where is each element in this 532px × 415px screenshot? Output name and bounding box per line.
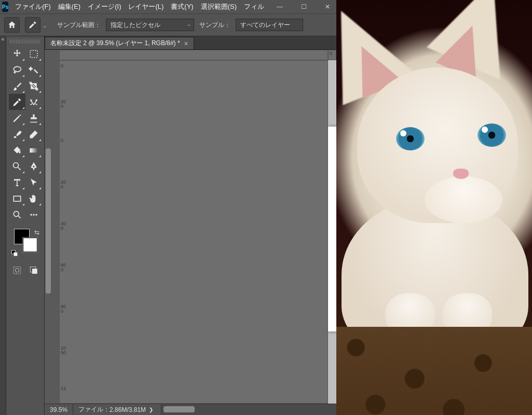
background-color[interactable] [22, 237, 38, 253]
image-content [425, 176, 502, 223]
sample-range-value: 指定したピクセル [111, 21, 160, 30]
image-content [453, 169, 469, 179]
shape-tool[interactable] [9, 190, 25, 206]
transform-tool[interactable] [25, 94, 42, 110]
status-bar: 39.5% ファイル：2.86M/3.81M ❯ [45, 404, 336, 415]
ruler-v-tick: 12 [61, 386, 66, 391]
move-tool[interactable] [9, 46, 25, 62]
gradient-tool[interactable] [25, 142, 42, 158]
eyedropper-tool[interactable] [9, 94, 25, 110]
pencil-icon [12, 113, 22, 123]
svg-rect-3 [13, 196, 20, 201]
file-info[interactable]: ファイル：2.86M/3.81M ❯ [73, 404, 161, 415]
current-tool-indicator[interactable]: ⌵ [25, 17, 40, 33]
type-tool[interactable] [9, 174, 25, 190]
stamp-tool[interactable] [25, 110, 42, 126]
screen-mode-button[interactable] [27, 264, 40, 277]
menu-filter[interactable]: フィル [240, 0, 268, 13]
document-tab[interactable]: 名称未設定 2 @ 39.5% (レイヤー 1, RGB/8#) * × [45, 37, 194, 49]
hand-tool[interactable] [25, 190, 42, 206]
svg-point-5 [30, 214, 32, 215]
reference-image [336, 0, 532, 415]
ruler-v-tick: 200 [61, 100, 66, 109]
toolbox-grid [9, 46, 42, 223]
sample-range-label: サンプル範囲： [57, 21, 101, 30]
crop-tool[interactable] [25, 78, 42, 94]
pencil-tool[interactable] [9, 110, 25, 126]
menu-image[interactable]: イメージ(I) [84, 0, 125, 13]
svg-point-7 [35, 214, 37, 215]
toolbox: ⇆ [6, 36, 45, 415]
home-icon [7, 20, 17, 30]
document-tab-title: 名称未設定 2 @ 39.5% (レイヤー 1, RGB/8#) * [50, 39, 180, 48]
zoom-tool[interactable] [9, 206, 25, 223]
svg-point-6 [33, 214, 34, 215]
bucket-tool[interactable] [9, 142, 25, 158]
eyedropper-icon [12, 97, 22, 107]
quick-select-tool[interactable] [25, 62, 42, 78]
canvas-viewport: 0 800 1000 1200 1400 1600 1800 0 200 0 2… [45, 50, 336, 415]
file-info-label: ファイル [78, 405, 103, 414]
ruler-v-tick: 400 [61, 222, 66, 231]
pen-tool[interactable] [25, 158, 42, 174]
svg-rect-8 [13, 267, 21, 274]
eraser-icon [29, 129, 39, 140]
photoshop-window: Ps ファイル(F) 編集(E) イメージ(I) レイヤー(L) 書式(Y) 選… [0, 0, 336, 415]
menu-layer[interactable]: レイヤー(L) [125, 0, 167, 13]
svg-rect-0 [30, 50, 37, 58]
sample-layers-value: すべてのレイヤー [240, 21, 290, 30]
maximize-button[interactable]: ☐ [292, 0, 316, 13]
document-area: 名称未設定 2 @ 39.5% (レイヤー 1, RGB/8#) * × 0 8… [45, 36, 336, 415]
gradient-icon [29, 145, 39, 156]
brush-tool[interactable] [9, 78, 25, 94]
canvas[interactable] [328, 127, 336, 331]
history-brush-tool[interactable] [9, 126, 25, 142]
vertical-scroll-thumb[interactable] [46, 148, 51, 294]
chevron-down-icon: ⌵ [187, 21, 190, 27]
toolbox-grip[interactable] [10, 39, 41, 44]
canvas-scroll-area[interactable] [328, 60, 336, 404]
default-colors-button[interactable] [11, 250, 19, 257]
sample-layers-dropdown[interactable]: すべてのレイヤー [236, 19, 303, 31]
vertical-scrollbar[interactable] [45, 50, 59, 404]
file-info-value: 2.86M/3.81M [110, 406, 146, 413]
horizontal-scroll-thumb[interactable] [163, 406, 195, 412]
chevron-right-icon: ❯ [149, 407, 153, 412]
ruler-v-tick: 1000 [61, 346, 66, 355]
dodge-tool[interactable] [9, 158, 25, 174]
svg-point-2 [13, 162, 18, 168]
window-controls: — ☐ ✕ [268, 0, 339, 13]
lasso-tool[interactable] [9, 62, 25, 78]
menu-file[interactable]: ファイル(F) [11, 0, 54, 13]
bucket-icon [12, 145, 22, 156]
swap-colors-button[interactable]: ⇆ [34, 229, 39, 236]
dodge-icon [12, 161, 22, 172]
ruler-v-tick: 0 [61, 64, 66, 68]
quick-mask-button[interactable] [10, 264, 24, 277]
svg-rect-1 [30, 148, 37, 152]
sample-range-dropdown[interactable]: 指定したピクセル ⌵ [106, 19, 194, 31]
eraser-tool[interactable] [25, 126, 42, 142]
menu-select[interactable]: 選択範囲(S) [197, 0, 240, 13]
marquee-tool[interactable] [25, 46, 42, 62]
horizontal-scrollbar[interactable] [161, 404, 336, 415]
ruler-v-tick: 0 [61, 139, 66, 143]
menu-edit[interactable]: 編集(E) [54, 0, 84, 13]
image-content [336, 327, 532, 415]
more-tools[interactable] [25, 206, 42, 223]
ruler-vertical[interactable]: 0 200 0 200 400 600 800 1000 12 [59, 60, 328, 404]
panel-collapse-strip[interactable]: « [0, 36, 6, 415]
screenmode-icon [29, 266, 38, 275]
menu-type[interactable]: 書式(Y) [167, 0, 197, 13]
lasso-icon [12, 65, 22, 75]
ruler-horizontal[interactable]: 0 800 1000 1200 1400 1600 1800 [328, 50, 336, 60]
close-tab-button[interactable]: × [184, 39, 188, 48]
ruler-origin[interactable] [59, 50, 328, 60]
image-content [396, 127, 425, 150]
minimize-button[interactable]: — [268, 0, 292, 13]
zoom-level[interactable]: 39.5% [45, 404, 73, 415]
color-swatches: ⇆ [10, 229, 41, 257]
path-select-tool[interactable] [25, 174, 42, 190]
home-button[interactable] [4, 17, 20, 33]
stamp-icon [29, 113, 39, 123]
